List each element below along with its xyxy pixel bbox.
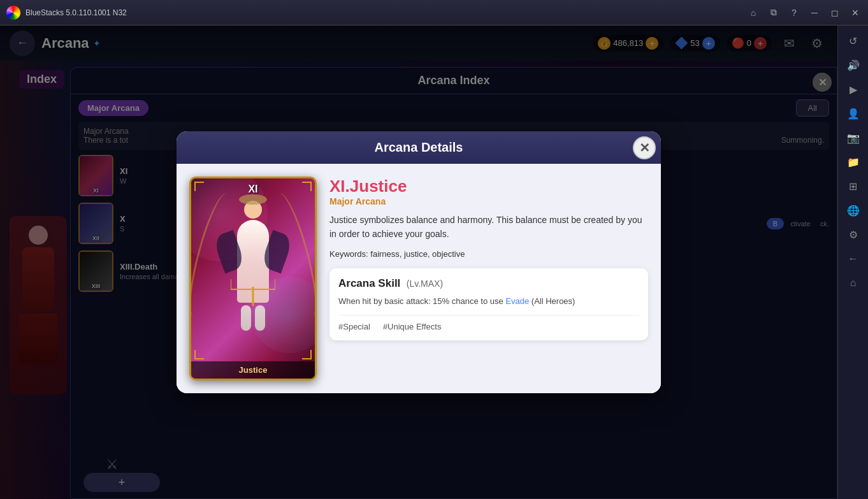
multitab-icon[interactable]: ⧉ xyxy=(767,6,780,19)
arcana-description: Justice symbolizes balance and harmony. … xyxy=(329,213,648,242)
modal-overlay[interactable]: Arcana Details ✕ XI xyxy=(0,25,837,499)
sidebar-refresh-icon[interactable]: ↺ xyxy=(843,31,864,51)
card-roman-num: XI xyxy=(191,184,315,195)
skill-tag-special: #Special xyxy=(338,322,370,331)
arcana-name: XI.Justice xyxy=(329,177,648,196)
leg-right xyxy=(255,305,265,331)
arcana-info: XI.Justice Major Arcana Justice symboliz… xyxy=(329,177,648,380)
skill-description: When hit by basic attack: 15% chance to … xyxy=(338,295,639,308)
modal-body: XI xyxy=(177,164,661,393)
bluestacks-logo xyxy=(6,6,20,20)
sidebar-players-icon[interactable]: 👤 xyxy=(843,103,864,124)
skill-box: Arcana Skill (Lv.MAX) When hit by basic … xyxy=(329,268,648,341)
right-sidebar: ↺ 🔊 ▶ 👤 📷 📁 ⊞ 🌐 ⚙ ← ⌂ xyxy=(837,25,868,499)
card-display: XI xyxy=(189,177,317,380)
arcana-type: Major Arcana xyxy=(329,196,648,206)
home-icon[interactable]: ⌂ xyxy=(747,6,760,19)
card-label: Justice xyxy=(191,361,315,379)
card-corner-bl xyxy=(194,350,204,359)
sidebar-grid-icon[interactable]: ⊞ xyxy=(843,176,864,196)
skill-tag-unique: #Unique Effects xyxy=(383,322,442,331)
arcana-card: XI xyxy=(189,177,317,380)
window-controls: ⌂ ⧉ ? ─ ◻ ✕ xyxy=(747,6,862,19)
sidebar-camera-icon[interactable]: 📷 xyxy=(843,127,864,148)
sidebar-home-icon[interactable]: ⌂ xyxy=(843,273,864,293)
skill-level: (Lv.MAX) xyxy=(407,278,443,289)
close-icon[interactable]: ✕ xyxy=(849,6,862,19)
game-area: ← Arcana ✦ 💰 486,813 + 53 + 🔴 0 + ✉ ⚙ xyxy=(0,25,837,499)
sidebar-volume-icon[interactable]: 🔊 xyxy=(843,55,864,75)
scale-bar xyxy=(231,289,275,290)
skill-tags: #Special #Unique Effects xyxy=(338,315,639,331)
bluestacks-title: BlueStacks 5.0.110.1001 N32 xyxy=(25,8,127,17)
restore-icon[interactable]: ◻ xyxy=(828,6,841,19)
sidebar-settings-icon[interactable]: ⚙ xyxy=(843,224,864,245)
sidebar-globe-icon[interactable]: 🌐 xyxy=(843,200,864,221)
card-corner-br xyxy=(302,350,312,359)
skill-link-evade[interactable]: Evade xyxy=(505,296,529,306)
modal-close-button[interactable]: ✕ xyxy=(633,136,656,159)
figure-hair-top xyxy=(239,194,267,205)
minimize-icon[interactable]: ─ xyxy=(808,6,821,19)
bluestacks-bar: BlueStacks 5.0.110.1001 N32 ⌂ ⧉ ? ─ ◻ ✕ xyxy=(0,0,868,25)
modal-header: Arcana Details xyxy=(177,131,661,164)
card-art xyxy=(237,201,269,331)
scale-chain-right xyxy=(275,279,275,289)
arcana-keywords: Keywords: fairness, justice, objective xyxy=(329,249,648,259)
figure-legs xyxy=(237,305,269,331)
help-icon[interactable]: ? xyxy=(788,6,800,19)
sidebar-folder-icon[interactable]: 📁 xyxy=(843,152,864,172)
skill-header: Arcana Skill (Lv.MAX) xyxy=(338,277,639,290)
sidebar-video-icon[interactable]: ▶ xyxy=(843,79,864,99)
arcana-details-modal: Arcana Details ✕ XI xyxy=(177,131,661,393)
figure-body xyxy=(237,220,269,303)
scale-chain-left xyxy=(231,279,231,289)
sidebar-back-icon[interactable]: ← xyxy=(843,249,864,269)
leg-left xyxy=(241,305,251,331)
figure-head xyxy=(244,201,262,219)
modal-title: Arcana Details xyxy=(375,140,463,154)
